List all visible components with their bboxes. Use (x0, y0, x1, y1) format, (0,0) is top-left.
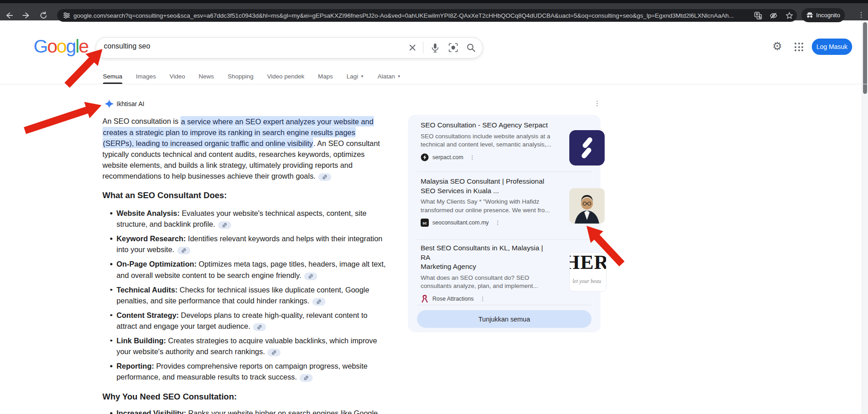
tab-maps[interactable]: Maps (318, 68, 333, 84)
logo-letter: e (78, 36, 88, 57)
source-card[interactable]: SEO Consultation - SEO Agency SerpactSEO… (421, 121, 588, 161)
translate-icon[interactable] (754, 12, 762, 19)
link-icon (304, 375, 309, 380)
eye-off-icon[interactable] (770, 12, 777, 19)
ai-overview-menu-icon[interactable]: ⋮ (594, 99, 601, 107)
citation-link-chip[interactable] (300, 374, 313, 382)
show-all-button[interactable]: Tunjukkan semua (417, 310, 592, 328)
citation-link-chip[interactable] (312, 298, 325, 306)
tab-news[interactable]: News (199, 68, 214, 84)
card-source-row: serpact.com⋮ (421, 153, 588, 161)
logo-letter: g (66, 36, 76, 57)
list-item: Technical Audits: Checks for technical i… (110, 284, 418, 307)
paragraph-line: creates a strategic plan to improve its … (102, 127, 420, 137)
list-item: Keyword Research: Identifies relevant ke… (110, 233, 418, 255)
link-icon (257, 325, 262, 330)
search-input[interactable]: consulting seo (104, 42, 150, 50)
site-settings-icon[interactable] (63, 12, 70, 19)
her-logo-script: let your beau (572, 278, 601, 285)
card-description: SEO consultations include website analys… (421, 132, 553, 149)
source-card[interactable]: Best SEO Consultants in KL, Malaysia | R… (421, 244, 588, 303)
search-box[interactable] (96, 37, 483, 58)
card-menu-icon[interactable]: ⋮ (470, 154, 475, 161)
highlighted-text: a service where an SEO expert analyzes y… (180, 116, 374, 127)
card-menu-icon[interactable]: ⋮ (480, 296, 485, 302)
list-item: Reporting: Provides comprehensive report… (110, 360, 418, 383)
chevron-down-icon: ▼ (360, 74, 364, 78)
tab-video-pendek[interactable]: Video pendek (267, 68, 304, 84)
sign-in-button[interactable]: Log Masuk (812, 39, 852, 55)
card-source-row: Rose Attractions⋮ (421, 295, 588, 303)
card-title[interactable]: SEO Consultation - SEO Agency Serpact (421, 121, 553, 130)
paragraph-line: typically conducts technical and content… (102, 149, 420, 160)
tab-strip (0, 0, 868, 3)
bullet-term: Technical Audits: (116, 286, 178, 294)
chevron-down-icon: ▼ (397, 74, 401, 78)
google-apps-icon[interactable] (795, 43, 803, 51)
card-source-name: seoconsultant.com.my (432, 219, 489, 226)
tab-label: Maps (318, 73, 333, 80)
tab-semua[interactable]: Semua (103, 68, 122, 84)
tab-label: News (199, 73, 214, 80)
bullet-term: Website Analysis: (116, 209, 179, 217)
citation-link-chip[interactable] (304, 273, 317, 280)
lens-camera-icon[interactable] (448, 42, 459, 53)
citation-link-chip[interactable] (318, 173, 331, 181)
browser-toolbar: google.com/search?q=consulting+seo&sca_e… (0, 3, 868, 20)
her-logo-thumbnail: HERlet your beau (569, 252, 606, 292)
ai-overview-bullets: Website Analysis: Evaluates your website… (110, 208, 418, 386)
tab-lagi[interactable]: Lagi▼ (347, 68, 364, 84)
citation-link-chip[interactable] (177, 247, 190, 254)
ai-sparkle-icon (105, 99, 114, 108)
browser-window: google.com/search?q=consulting+seo&sca_e… (0, 0, 868, 414)
link-icon (322, 175, 327, 180)
scrollbar-thumb[interactable] (863, 22, 867, 94)
search-icon[interactable] (466, 42, 476, 53)
list-item: Website Analysis: Evaluates your website… (110, 208, 418, 230)
annotation-arrow-1 (67, 58, 93, 85)
citation-link-chip[interactable] (218, 221, 231, 229)
bookmark-star-icon[interactable] (786, 12, 793, 19)
citation-link-chip[interactable] (267, 349, 281, 356)
link-icon (222, 223, 227, 228)
paragraph-line: (SERPs), leading to increased organic tr… (102, 138, 420, 149)
her-logo-text: HER (569, 252, 606, 274)
source-card[interactable]: Malaysia SEO Consultant | ProfessionalSE… (421, 177, 588, 227)
tab-label: Semua (103, 73, 122, 80)
search-divider (423, 42, 423, 54)
sources-panel: Tunjukkan semua SEO Consultation - SEO A… (408, 115, 601, 332)
incognito-badge: Incognito (801, 8, 845, 22)
ai-overview-label: Ikhtisar AI (116, 100, 144, 107)
section-heading-1: What an SEO Consultant Does: (102, 190, 227, 200)
tab-shopping[interactable]: Shopping (228, 68, 253, 84)
list-item: Content Strategy: Develops plans to crea… (110, 310, 418, 332)
list-item: Link Building: Creates strategies to acq… (110, 335, 418, 357)
link-icon (181, 248, 186, 253)
tab-label: Video pendek (267, 73, 304, 80)
highlighted-text: (SERPs), leading to increased organic tr… (102, 138, 313, 148)
card-title[interactable]: Malaysia SEO Consultant | ProfessionalSE… (421, 177, 553, 195)
card-divider (417, 305, 592, 305)
microphone-icon[interactable] (430, 42, 441, 53)
back-icon[interactable] (5, 11, 14, 20)
bullet-term: Keyword Research: (116, 234, 186, 243)
bullet-term: Reporting: (116, 362, 154, 370)
rose-ribbon-favicon (421, 295, 429, 303)
clear-search-icon[interactable] (407, 42, 418, 53)
serpact-logo-thumbnail (569, 130, 605, 166)
tab-video[interactable]: Video (170, 68, 185, 84)
citation-link-chip[interactable] (253, 323, 266, 331)
logo-letter: o (57, 36, 66, 57)
url-bar[interactable]: google.com/search?q=consulting+seo&sca_e… (57, 9, 797, 22)
reload-icon[interactable] (39, 11, 48, 20)
card-source-name: Rose Attractions (432, 296, 474, 302)
card-title[interactable]: Best SEO Consultants in KL, Malaysia | R… (421, 244, 553, 272)
tab-alatan[interactable]: Alatan▼ (378, 68, 401, 84)
highlighted-text: creates a strategic plan to improve its … (102, 127, 356, 137)
forward-icon[interactable] (22, 11, 31, 20)
url-text: google.com/search?q=consulting+seo&sca_e… (73, 12, 735, 19)
card-menu-icon[interactable]: ⋮ (495, 219, 500, 226)
tab-images[interactable]: Images (136, 68, 156, 84)
browser-menu-icon[interactable]: ⋮ (858, 10, 865, 19)
settings-gear-icon[interactable]: ⚙ (772, 41, 782, 52)
